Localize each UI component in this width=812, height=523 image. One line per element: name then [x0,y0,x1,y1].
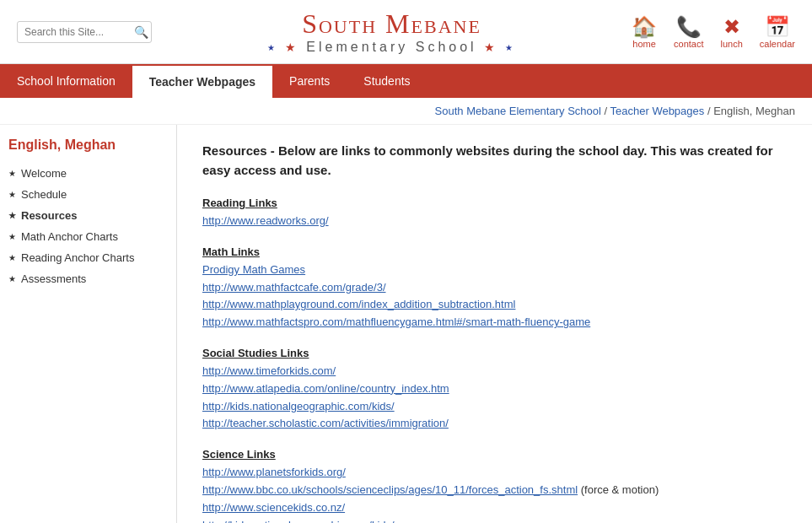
social-studies-links-title: Social Studies Links [202,347,787,359]
link-atlapedia[interactable]: http://www.atlapedia.com/online/country_… [202,380,787,398]
intro-text: Resources - Below are links to commonly … [202,142,787,180]
contact-nav-item[interactable]: 📞 contact [674,15,703,49]
header-left: 🔍 [17,21,152,43]
header-center: South Mebane ★ ★ Elementary School ★ ★ [152,8,632,55]
sidebar: English, Meghan ★ Welcome ★ Schedule ★ R… [0,125,177,523]
sidebar-item-schedule[interactable]: ★ Schedule [8,184,168,205]
link-natgeo-science[interactable]: http://kids.nationalgeographic.com/kids/ [202,517,787,523]
star-icon: ★ [8,211,16,220]
breadcrumb-sep-1: / [605,105,610,117]
link-mathfactspro[interactable]: http://www.mathfactspro.com/mathfluencyg… [202,314,787,332]
sidebar-item-reading-anchor[interactable]: ★ Reading Anchor Charts [8,247,168,268]
school-subtitle: ★ ★ Elementary School ★ ★ [152,40,632,55]
nav-parents[interactable]: Parents [272,64,347,98]
math-links-title: Math Links [202,245,787,258]
calendar-nav-item[interactable]: 📅 calendar [760,15,795,49]
section-science-links: Science Links http://www.planetsforkids.… [202,448,787,523]
reading-links-title: Reading Links [202,197,787,209]
nav-students[interactable]: Students [347,64,427,98]
star-icon: ★ [8,190,16,199]
search-icon[interactable]: 🔍 [134,25,148,39]
nav-school-information[interactable]: School Information [0,64,132,98]
star-blue-1: ★ [267,43,278,52]
section-social-studies-links: Social Studies Links http://www.timefork… [202,347,787,433]
contact-label: contact [674,39,703,49]
sidebar-title: English, Meghan [8,137,168,153]
subtitle-text: Elementary School [306,40,476,55]
star-red-1: ★ [285,40,299,54]
star-icon: ★ [8,232,16,241]
search-box[interactable]: 🔍 [17,21,152,43]
science-links-title: Science Links [202,448,787,461]
link-mathfactcafe[interactable]: http://www.mathfactcafe.com/grade/3/ [202,279,787,297]
lunch-label: lunch [721,39,743,49]
bbc-link-line: http://www.bbc.co.uk/schools/scienceclip… [202,483,659,496]
main-layout: English, Meghan ★ Welcome ★ Schedule ★ R… [0,125,812,523]
section-math-links: Math Links Prodigy Math Games http://www… [202,245,787,332]
link-planetsforkids[interactable]: http://www.planetsforkids.org/ [202,464,787,482]
calendar-label: calendar [760,39,795,49]
link-natgeo-social[interactable]: http://kids.nationalgeographic.com/kids/ [202,398,787,416]
star-icon: ★ [8,169,16,178]
breadcrumb-page: English, Meghan [713,105,795,117]
home-nav-item[interactable]: 🏠 home [632,15,657,49]
sidebar-item-assessments[interactable]: ★ Assessments [8,268,168,289]
lunch-icon: ✖ [723,15,740,39]
star-icon: ★ [8,253,16,262]
link-timeforkids[interactable]: http://www.timeforkids.com/ [202,363,787,380]
section-reading-links: Reading Links http://www.readworks.org/ [202,197,787,230]
bbc-suffix: (force & motion) [578,483,659,496]
breadcrumb: South Mebane Elementary School / Teacher… [0,98,812,125]
nav-teacher-webpages[interactable]: Teacher Webpages [132,64,272,98]
link-sciencekids[interactable]: http://www.sciencekids.co.nz/ [202,499,787,517]
sidebar-item-math-anchor[interactable]: ★ Math Anchor Charts [8,226,168,247]
site-header: 🔍 South Mebane ★ ★ Elementary School ★ ★… [0,0,812,64]
link-readworks[interactable]: http://www.readworks.org/ [202,213,787,230]
breadcrumb-section[interactable]: Teacher Webpages [610,105,705,117]
breadcrumb-school[interactable]: South Mebane Elementary School [435,105,601,117]
sidebar-item-welcome[interactable]: ★ Welcome [8,163,168,184]
calendar-icon: 📅 [765,15,790,39]
sidebar-item-resources[interactable]: ★ Resources [8,205,168,226]
school-name: South Mebane [152,8,632,40]
header-icons: 🏠 home 📞 contact ✖ lunch 📅 calendar [632,15,795,49]
star-icon: ★ [8,274,16,283]
main-content: Resources - Below are links to commonly … [177,125,812,523]
navigation-bar: School Information Teacher Webpages Pare… [0,64,812,98]
home-icon: 🏠 [632,15,657,39]
star-red-2: ★ [484,40,498,54]
lunch-nav-item[interactable]: ✖ lunch [721,15,743,49]
contact-icon: 📞 [676,15,702,39]
link-bbc-science[interactable]: http://www.bbc.co.uk/schools/scienceclip… [202,483,578,496]
search-input[interactable] [24,26,134,38]
link-prodigy[interactable]: Prodigy Math Games [202,262,787,279]
link-scholastic[interactable]: http://teacher.scholastic.com/activities… [202,415,787,433]
home-label: home [632,39,656,49]
link-mathplayground[interactable]: http://www.mathplayground.com/index_addi… [202,296,787,314]
star-blue-2: ★ [505,43,516,52]
